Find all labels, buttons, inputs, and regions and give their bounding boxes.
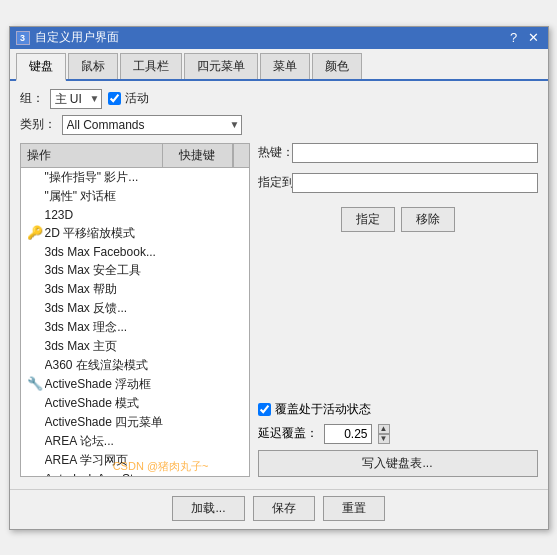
- no-icon: [27, 262, 43, 278]
- no-icon: [27, 452, 43, 468]
- list-header: 操作 快捷键: [20, 143, 250, 167]
- list-item[interactable]: AREA 学习网页: [21, 451, 249, 470]
- list-item-name: AREA 论坛...: [45, 433, 173, 450]
- right-bottom: 覆盖处于活动状态 延迟覆盖： 0.25 ▲ ▼ 写入键盘表...: [258, 401, 538, 477]
- list-item[interactable]: "操作指导" 影片...: [21, 168, 249, 187]
- close-button[interactable]: ✕: [526, 30, 542, 46]
- assign-button[interactable]: 指定: [341, 207, 395, 232]
- list-panel: 操作 快捷键 "操作指导" 影片..."属性" 对话框123D🔑2D 平移缩放模…: [20, 143, 250, 477]
- list-item-name: 3ds Max 理念...: [45, 319, 173, 336]
- list-item[interactable]: 3ds Max 反馈...: [21, 299, 249, 318]
- assign-to-label: 指定到：: [258, 174, 286, 191]
- main-area: 操作 快捷键 "操作指导" 影片..."属性" 对话框123D🔑2D 平移缩放模…: [20, 143, 538, 477]
- tab-content: 组： 主 UI ▼ 活动 类别： All Commands ▼: [10, 81, 548, 485]
- list-item-name: 3ds Max 安全工具: [45, 262, 173, 279]
- no-icon: [27, 357, 43, 373]
- no-icon: [27, 244, 43, 260]
- assign-to-input[interactable]: [292, 173, 538, 193]
- no-icon: [27, 395, 43, 411]
- tab-bar: 键盘 鼠标 工具栏 四元菜单 菜单 颜色: [10, 49, 548, 81]
- tab-quad-menu[interactable]: 四元菜单: [184, 53, 258, 79]
- no-icon: [27, 471, 43, 477]
- list-item-name: AREA 学习网页: [45, 452, 173, 469]
- delay-down-arrow[interactable]: ▼: [378, 434, 390, 444]
- hotkey-input[interactable]: [292, 143, 538, 163]
- delay-input[interactable]: 0.25: [324, 424, 372, 444]
- list-item-name: Autodesk App Stor...: [45, 472, 173, 477]
- overlay-checkbox[interactable]: [258, 403, 271, 416]
- window-icon: 3: [16, 31, 30, 45]
- list-item[interactable]: AREA 论坛...: [21, 432, 249, 451]
- overlay-label: 覆盖处于活动状态: [275, 401, 371, 418]
- category-row: 类别： All Commands ▼: [20, 115, 538, 135]
- group-label: 组：: [20, 90, 44, 107]
- reset-button[interactable]: 重置: [323, 496, 385, 521]
- title-bar: 3 自定义用户界面 ? ✕: [10, 27, 548, 49]
- write-keyboard-button[interactable]: 写入键盘表...: [258, 450, 538, 477]
- save-button[interactable]: 保存: [253, 496, 315, 521]
- tab-toolbar[interactable]: 工具栏: [120, 53, 182, 79]
- list-item[interactable]: ActiveShade 四元菜单: [21, 413, 249, 432]
- list-item[interactable]: 123D: [21, 206, 249, 224]
- category-label: 类别：: [20, 116, 56, 133]
- tab-menu[interactable]: 菜单: [260, 53, 310, 79]
- main-window: 3 自定义用户界面 ? ✕ 键盘 鼠标 工具栏 四元菜单 菜单 颜色 组： 主 …: [9, 26, 549, 530]
- list-item-name: ActiveShade 模式: [45, 395, 173, 412]
- list-item[interactable]: 3ds Max Facebook...: [21, 243, 249, 261]
- no-icon: [27, 207, 43, 223]
- no-icon: [27, 338, 43, 354]
- delay-up-arrow[interactable]: ▲: [378, 424, 390, 434]
- group-select[interactable]: 主 UI: [50, 89, 102, 109]
- tab-keyboard[interactable]: 键盘: [16, 53, 66, 81]
- list-scroll-area[interactable]: "操作指导" 影片..."属性" 对话框123D🔑2D 平移缩放模式3ds Ma…: [20, 167, 250, 477]
- active-checkbox[interactable]: [108, 92, 121, 105]
- list-item-name: 3ds Max 反馈...: [45, 300, 173, 317]
- no-icon: [27, 188, 43, 204]
- hotkey-row: 热键：: [258, 143, 538, 163]
- list-item[interactable]: 🔧ActiveShade 浮动框: [21, 375, 249, 394]
- col-shortcut: 快捷键: [163, 144, 233, 167]
- list-item[interactable]: Autodesk App Stor...: [21, 470, 249, 477]
- list-item[interactable]: 🔑2D 平移缩放模式: [21, 224, 249, 243]
- list-item[interactable]: 3ds Max 安全工具: [21, 261, 249, 280]
- list-item[interactable]: ActiveShade 模式: [21, 394, 249, 413]
- list-item-name: "操作指导" 影片...: [45, 169, 173, 186]
- bottom-bar: 加载... 保存 重置: [10, 489, 548, 529]
- list-item-name: 123D: [45, 208, 173, 222]
- tab-color[interactable]: 颜色: [312, 53, 362, 79]
- list-item-name: "属性" 对话框: [45, 188, 173, 205]
- no-icon: [27, 414, 43, 430]
- no-icon: [27, 319, 43, 335]
- remove-button[interactable]: 移除: [401, 207, 455, 232]
- list-item[interactable]: 3ds Max 理念...: [21, 318, 249, 337]
- delay-spinner: ▲ ▼: [378, 424, 390, 444]
- no-icon: [27, 300, 43, 316]
- group-row: 组： 主 UI ▼ 活动: [20, 89, 538, 109]
- list-item[interactable]: A360 在线渲染模式: [21, 356, 249, 375]
- overlay-row: 覆盖处于活动状态: [258, 401, 538, 418]
- group-select-wrapper: 主 UI ▼: [50, 89, 102, 109]
- col-action: 操作: [21, 144, 163, 167]
- key-icon: 🔑: [27, 225, 43, 241]
- list-item-name: A360 在线渲染模式: [45, 357, 173, 374]
- right-panel: 热键： 指定到： 指定 移除: [258, 143, 538, 477]
- tab-mouse[interactable]: 鼠标: [68, 53, 118, 79]
- no-icon: [27, 433, 43, 449]
- list-item[interactable]: 3ds Max 帮助: [21, 280, 249, 299]
- delay-row: 延迟覆盖： 0.25 ▲ ▼: [258, 424, 538, 444]
- help-button[interactable]: ?: [506, 30, 522, 46]
- list-item[interactable]: "属性" 对话框: [21, 187, 249, 206]
- assign-remove-buttons: 指定 移除: [258, 207, 538, 232]
- list-item-name: ActiveShade 浮动框: [45, 376, 173, 393]
- active-checkbox-row: 活动: [108, 90, 149, 107]
- window-controls: ? ✕: [506, 30, 542, 46]
- category-select[interactable]: All Commands: [62, 115, 242, 135]
- delay-label: 延迟覆盖：: [258, 425, 318, 442]
- list-item-name: 3ds Max 主页: [45, 338, 173, 355]
- list-item-name: 2D 平移缩放模式: [45, 225, 173, 242]
- load-button[interactable]: 加载...: [172, 496, 244, 521]
- list-item-name: 3ds Max 帮助: [45, 281, 173, 298]
- list-item-name: ActiveShade 四元菜单: [45, 414, 173, 431]
- assign-to-row: 指定到：: [258, 173, 538, 193]
- list-item[interactable]: 3ds Max 主页: [21, 337, 249, 356]
